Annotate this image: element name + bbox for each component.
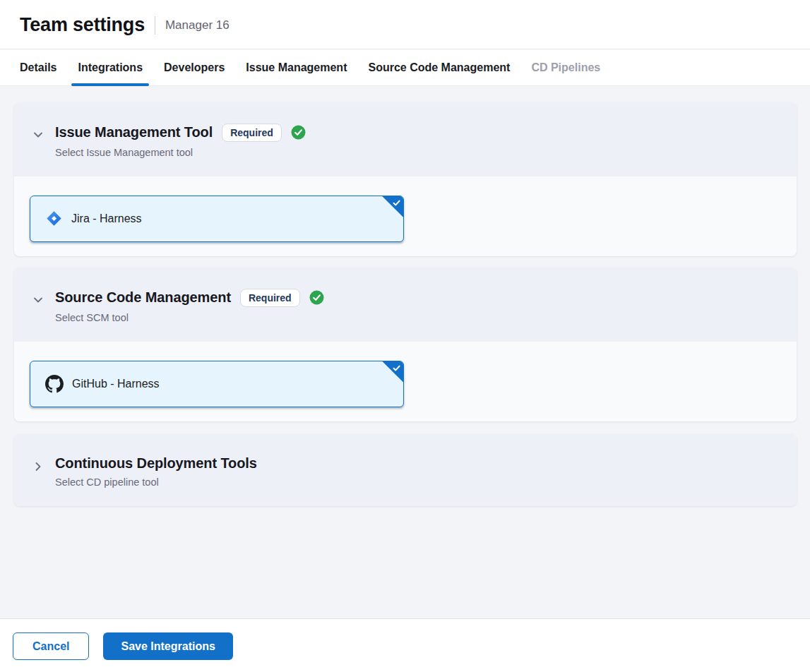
chevron-down-icon[interactable]: [28, 289, 55, 323]
active-tab-underline: [71, 83, 149, 86]
tool-card-jira[interactable]: Jira - Harness: [30, 196, 404, 242]
cancel-button[interactable]: Cancel: [13, 632, 89, 660]
section-title: Issue Management Tool: [55, 124, 213, 140]
section-body-scm: GitHub - Harness: [14, 342, 797, 421]
section-header-text: Source Code Management Required Select S…: [55, 289, 780, 323]
section-subtitle: Select SCM tool: [55, 312, 780, 323]
section-issue-management: Issue Management Tool Required Select Is…: [14, 102, 797, 256]
context-label: Manager 16: [165, 18, 230, 32]
selected-check-icon: [382, 361, 403, 383]
integrations-panel: Issue Management Tool Required Select Is…: [0, 86, 810, 618]
section-header-scm[interactable]: Source Code Management Required Select S…: [14, 268, 797, 342]
chevron-right-icon[interactable]: [28, 455, 55, 488]
section-source-code-management: Source Code Management Required Select S…: [14, 268, 797, 421]
tab-label: Integrations: [78, 61, 143, 74]
section-header-cd-tools[interactable]: Continuous Deployment Tools Select CD pi…: [14, 434, 797, 506]
tab-developers[interactable]: Developers: [164, 49, 225, 85]
tab-source-code-management[interactable]: Source Code Management: [368, 49, 510, 85]
tool-label: Jira - Harness: [71, 212, 142, 225]
page-header: Team settings Manager 16: [0, 0, 810, 49]
tab-label: Issue Management: [246, 61, 347, 74]
required-badge: Required: [240, 289, 300, 307]
tab-integrations[interactable]: Integrations: [78, 49, 143, 85]
section-subtitle: Select CD pipeline tool: [55, 476, 780, 488]
tab-cd-pipelines: CD Pipelines: [531, 49, 600, 85]
chevron-down-icon[interactable]: [28, 124, 55, 158]
jira-icon: [45, 210, 63, 227]
github-icon: [45, 375, 64, 393]
section-subtitle: Select Issue Management tool: [55, 147, 780, 158]
action-bar: Cancel Save Integrations: [0, 618, 810, 672]
page-title: Team settings: [20, 14, 145, 36]
title-separator: [155, 16, 155, 35]
save-integrations-button[interactable]: Save Integrations: [103, 632, 232, 660]
tab-label: Developers: [164, 61, 225, 74]
section-cd-tools: Continuous Deployment Tools Select CD pi…: [14, 434, 797, 506]
check-circle-icon: [291, 125, 306, 140]
tab-label: Source Code Management: [368, 61, 510, 74]
selected-check-icon: [382, 196, 403, 217]
section-title: Continuous Deployment Tools: [55, 455, 257, 472]
tool-card-github[interactable]: GitHub - Harness: [30, 361, 404, 407]
section-header-text: Issue Management Tool Required Select Is…: [55, 124, 780, 158]
section-header-issue-management[interactable]: Issue Management Tool Required Select Is…: [14, 102, 797, 176]
section-header-text: Continuous Deployment Tools Select CD pi…: [55, 455, 780, 488]
check-circle-icon: [309, 290, 324, 305]
tool-label: GitHub - Harness: [72, 378, 160, 390]
tab-label: CD Pipelines: [531, 61, 600, 74]
section-body-issue-management: Jira - Harness: [14, 176, 797, 256]
tab-label: Details: [20, 61, 56, 74]
tab-issue-management[interactable]: Issue Management: [246, 49, 347, 85]
section-title: Source Code Management: [55, 289, 231, 306]
required-badge: Required: [222, 124, 282, 142]
tab-details[interactable]: Details: [20, 49, 56, 85]
tab-bar: Details Integrations Developers Issue Ma…: [0, 49, 810, 86]
